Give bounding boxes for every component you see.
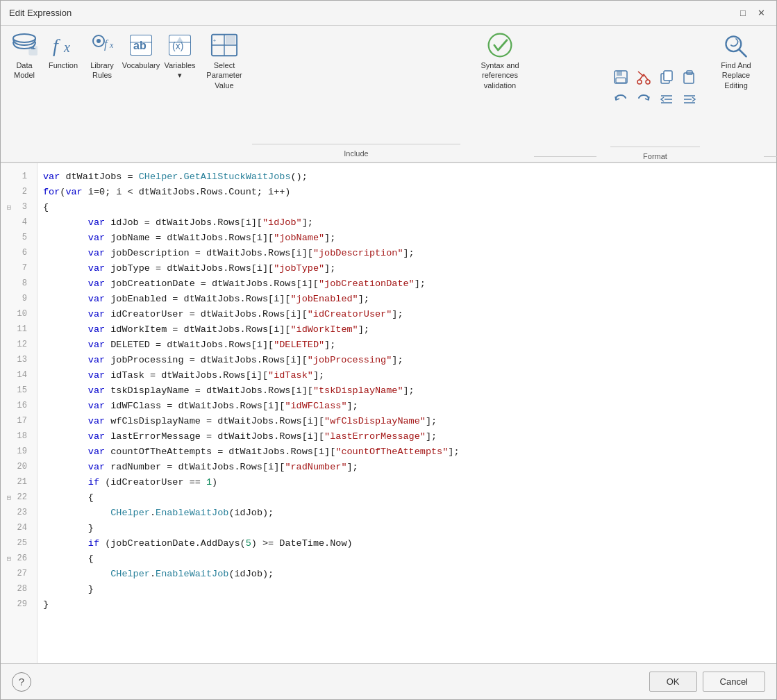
code-line[interactable]: CHelper.EnableWaitJob(idJob);	[40, 505, 776, 520]
svg-text:+: +	[213, 38, 217, 44]
cancel-button[interactable]: Cancel	[703, 672, 765, 692]
svg-point-0	[13, 34, 35, 42]
svg-rect-22	[226, 36, 235, 44]
code-line[interactable]: var lastErrorMessage = dtWaitJobs.Rows[i…	[40, 428, 776, 444]
svg-line-44	[740, 49, 746, 56]
line-number: 6	[1, 245, 37, 260]
code-line[interactable]: var dtWaitJobs = CHelper.GetAllStuckWait…	[40, 169, 776, 184]
code-line[interactable]: var idWFClass = dtWaitJobs.Rows[i]["idWF…	[40, 398, 776, 413]
code-line[interactable]: }	[40, 520, 776, 535]
code-line[interactable]: var wfClsDisplayName = dtWaitJobs.Rows[i…	[40, 413, 776, 428]
function-icon: f x	[49, 31, 77, 59]
find-replace-icon	[722, 31, 750, 59]
vocabulary-label: Vocabulary	[122, 60, 160, 70]
code-line[interactable]: {	[40, 551, 776, 566]
code-line[interactable]: var idCreatorUser = dtWaitJobs.Rows[i]["…	[40, 306, 776, 322]
code-editor: 12⊟3456789101112131415161718192021⊟22232…	[1, 163, 776, 663]
svg-point-7	[97, 39, 101, 43]
line-number: 27	[1, 566, 37, 581]
svg-line-32	[638, 72, 644, 76]
toolbar-vocabulary[interactable]: ab Vocabulary	[122, 28, 160, 162]
line-number: 14	[1, 367, 37, 383]
syntax-icon	[486, 31, 514, 59]
redo-button[interactable]	[633, 90, 654, 109]
toolbar-syntax-validation[interactable]: Syntax and referencesvalidation	[469, 28, 531, 162]
code-line[interactable]: var idJob = dtWaitJobs.Rows[i]["idJob"];	[40, 215, 776, 230]
library-rules-label: LibraryRules	[90, 60, 114, 81]
svg-text:x: x	[63, 40, 70, 55]
indent-increase-button[interactable]	[679, 90, 700, 109]
function-label: Function	[49, 60, 78, 70]
variables-icon: (x)	[166, 31, 194, 59]
cut-button[interactable]	[633, 67, 654, 87]
footer-buttons: OK Cancel	[649, 672, 765, 692]
line-number: 18	[1, 428, 37, 444]
code-line[interactable]: if (jobCreationDate.AddDays(5) >= DateTi…	[40, 535, 776, 551]
toolbar-find-replace[interactable]: Find AndReplaceEditing	[711, 28, 761, 162]
select-param-label: Select ParameterValue	[205, 60, 244, 90]
line-number: 29	[1, 597, 37, 612]
line-number: 20	[1, 459, 37, 474]
line-number: 9	[1, 291, 37, 306]
data-model-label: DataModel	[14, 60, 35, 81]
close-button[interactable]: ✕	[754, 6, 768, 20]
code-line[interactable]: if (idCreatorUser == 1)	[40, 474, 776, 490]
code-line[interactable]: var countOfTheAttempts = dtWaitJobs.Rows…	[40, 444, 776, 459]
paste-button[interactable]	[679, 67, 700, 87]
code-line[interactable]: CHelper.EnableWaitJob(idJob);	[40, 566, 776, 581]
toolbar-variables[interactable]: (x) Variables ▾	[160, 28, 199, 162]
code-line[interactable]: var idTask = dtWaitJobs.Rows[i]["idTask"…	[40, 367, 776, 383]
edit-expression-dialog: Edit Expression □ ✕ DataModel	[0, 0, 777, 700]
code-line[interactable]: var jobName = dtWaitJobs.Rows[i]["jobNam…	[40, 230, 776, 245]
code-line[interactable]: var radNumber = dtWaitJobs.Rows[i]["radN…	[40, 459, 776, 474]
svg-line-31	[644, 74, 648, 80]
svg-point-24	[489, 34, 512, 57]
line-number: 24	[1, 520, 37, 535]
code-line[interactable]: {	[40, 199, 776, 215]
code-content[interactable]: var dtWaitJobs = CHelper.GetAllStuckWait…	[37, 163, 776, 663]
svg-rect-27	[616, 78, 626, 83]
save-button[interactable]	[610, 67, 631, 87]
code-line[interactable]: var jobCreationDate = dtWaitJobs.Rows[i]…	[40, 276, 776, 291]
copy-button[interactable]	[656, 67, 677, 87]
code-line[interactable]: var jobProcessing = dtWaitJobs.Rows[i]["…	[40, 352, 776, 367]
undo-button[interactable]	[610, 90, 631, 109]
code-line[interactable]: var jobType = dtWaitJobs.Rows[i]["jobTyp…	[40, 260, 776, 276]
line-number: 23	[1, 505, 37, 520]
line-number: 2	[1, 184, 37, 199]
code-line[interactable]: }	[40, 581, 776, 597]
data-model-icon	[10, 31, 38, 59]
toolbar-library-rules[interactable]: f x LibraryRules	[83, 28, 122, 162]
code-line[interactable]: var DELETED = dtWaitJobs.Rows[i]["DELETE…	[40, 337, 776, 352]
ok-button[interactable]: OK	[649, 672, 697, 692]
line-number: 16	[1, 398, 37, 413]
code-line[interactable]: var jobDescription = dtWaitJobs.Rows[i][…	[40, 245, 776, 260]
code-line[interactable]: {	[40, 490, 776, 505]
code-line[interactable]: }	[40, 597, 776, 612]
svg-text:ab: ab	[133, 40, 147, 51]
line-numbers: 12⊟3456789101112131415161718192021⊟22232…	[1, 163, 37, 663]
footer: ? OK Cancel	[1, 663, 776, 699]
line-number: ⊟3	[1, 199, 37, 215]
toolbar-data-model[interactable]: DataModel	[5, 28, 44, 162]
line-number: 15	[1, 383, 37, 398]
line-number: 17	[1, 413, 37, 428]
include-group-label: Include	[344, 149, 368, 158]
indent-decrease-button[interactable]	[656, 90, 677, 109]
svg-text:f: f	[104, 38, 109, 51]
code-line[interactable]: var jobEnabled = dtWaitJobs.Rows[i]["job…	[40, 291, 776, 306]
line-number: 12	[1, 337, 37, 352]
code-line[interactable]: var idWorkItem = dtWaitJobs.Rows[i]["idW…	[40, 322, 776, 337]
toolbar-function[interactable]: f x Function	[44, 28, 83, 162]
help-icon[interactable]: ?	[12, 672, 31, 692]
line-number: 8	[1, 276, 37, 291]
syntax-label: Syntax and referencesvalidation	[474, 60, 526, 90]
svg-point-29	[646, 80, 650, 84]
svg-point-28	[637, 80, 642, 84]
toolbar-select-param[interactable]: + Select ParameterValue	[199, 28, 249, 162]
title-controls: □ ✕	[736, 6, 768, 20]
code-line[interactable]: for(var i=0; i < dtWaitJobs.Rows.Count; …	[40, 184, 776, 199]
minimize-button[interactable]: □	[736, 6, 750, 20]
title-bar: Edit Expression □ ✕	[1, 1, 776, 26]
code-line[interactable]: var tskDisplayName = dtWaitJobs.Rows[i][…	[40, 383, 776, 398]
